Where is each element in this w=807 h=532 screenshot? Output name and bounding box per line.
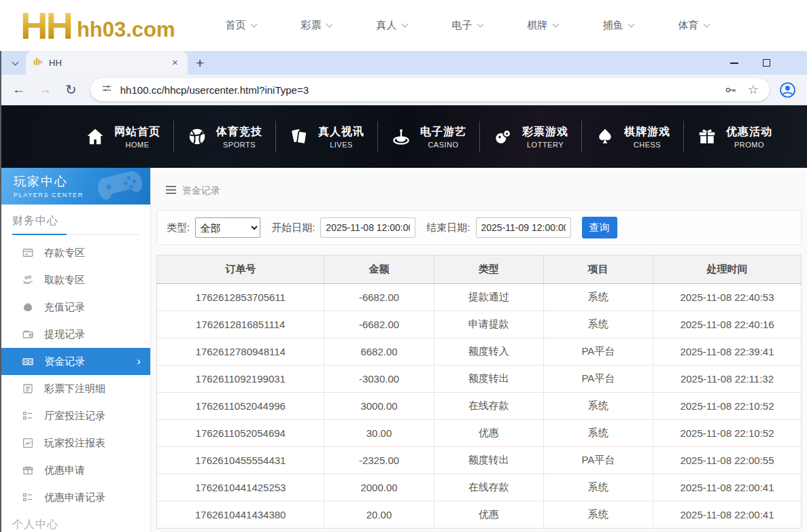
tab-close-icon[interactable] [169, 57, 181, 69]
finance-section-title: 财务中心 [12, 214, 139, 235]
start-date-input[interactable] [320, 217, 415, 238]
main-nav-item-lives[interactable]: 真人视讯 LIVES [276, 125, 377, 149]
end-date-input[interactable] [476, 217, 571, 238]
table-row: 1762610455554431-2325.00额度转出PA平台2025-11-… [157, 447, 802, 474]
sidebar-item-3[interactable]: 充值记录 [1, 294, 150, 321]
table-cell: 1762611052054694 [157, 420, 324, 447]
table-cell: 系统 [543, 420, 653, 447]
bookmark-star-icon[interactable] [748, 82, 759, 97]
table-cell: 系统 [543, 311, 653, 338]
checklist-icon [22, 410, 34, 422]
site-settings-icon[interactable] [101, 83, 112, 96]
table-cell: 1762612780948114 [157, 338, 324, 366]
column-header-2: 金额 [324, 255, 434, 284]
top-nav-item-5[interactable]: 棋牌 [528, 19, 558, 32]
table-cell: 1762611052044996 [157, 393, 324, 420]
chevron-down-icon [552, 21, 559, 28]
url-text[interactable]: hh100.cc/hhcp/usercenter.html?iniType=3 [120, 84, 713, 96]
sidebar-item-10[interactable]: 优惠申请记录 [1, 484, 150, 511]
chevron-down-icon [628, 21, 634, 28]
table-cell: -6682.00 [324, 284, 434, 311]
chevron-down-icon [477, 21, 483, 28]
lottery-balls-icon [493, 126, 513, 147]
table-body: 1762612853705611-6682.00提款通过系统2025-11-08… [157, 284, 802, 529]
main-nav-item-promo[interactable]: 优惠活动 PROMO [684, 125, 785, 149]
top-nav-item-1[interactable]: 首页 [226, 19, 256, 32]
start-date-label: 开始日期: [271, 221, 315, 234]
table-cell: 2000.00 [324, 474, 434, 501]
forward-button[interactable] [39, 82, 52, 97]
window-minimize-button[interactable] [730, 63, 738, 64]
column-header-4: 项目 [543, 255, 653, 284]
sidebar-item-9[interactable]: 优惠申请 [1, 457, 150, 484]
search-button[interactable]: 查询 [582, 217, 617, 238]
table-row: 17626127809481146682.00额度转入PA平台2025-11-0… [157, 338, 802, 366]
table-cell: 系统 [543, 284, 653, 311]
site-logo[interactable]: HH hh03.com [20, 7, 175, 43]
players-center-header: 玩家中心 PLAYERS CENTER [1, 168, 150, 205]
sidebar-item-1[interactable]: 存款专区 [1, 239, 150, 266]
reload-button[interactable] [65, 82, 77, 98]
sidebar-item-2[interactable]: 取款专区 [1, 266, 150, 294]
web-page: 网站首页 HOME 体育竞技 SPORTS 真人视讯 LIVES 电子游艺 CA… [1, 105, 807, 532]
top-nav-item-3[interactable]: 真人 [377, 19, 407, 32]
main-nav-item-home[interactable]: 网站首页 HOME [72, 125, 173, 149]
chevron-down-icon [250, 21, 257, 28]
browser-tab[interactable]: HH [26, 51, 188, 75]
table-cell: 2025-11-08 22:10:52 [653, 420, 801, 447]
table-cell: 2025-11-08 22:10:52 [653, 393, 801, 420]
withdraw-hand-icon [22, 274, 34, 286]
column-header-1: 订单号 [157, 255, 324, 284]
table-cell: -2325.00 [324, 447, 434, 474]
sidebar-item-7[interactable]: 厅室投注记录 [1, 402, 150, 429]
cash-icon [22, 355, 34, 368]
sidebar-item-4[interactable]: 提现记录 [1, 321, 150, 348]
table-cell: 1762612816851114 [157, 311, 324, 338]
sports-ball-icon [187, 126, 207, 147]
filter-bar: 类型: 全部 开始日期: 结束日期: 查询 [156, 210, 802, 245]
logo-domain-text: hh03.com [77, 18, 175, 42]
tab-search-button[interactable] [7, 55, 23, 71]
list-icon [22, 383, 34, 395]
wallet-icon [22, 328, 34, 340]
table-cell: 6682.00 [324, 338, 434, 366]
window-controls [730, 51, 770, 75]
top-nav-item-7[interactable]: 体育 [679, 19, 709, 32]
table-cell: 1762610441425253 [157, 474, 324, 501]
table-cell: 2025-11-08 22:40:16 [653, 311, 801, 338]
type-select[interactable]: 全部 [195, 217, 260, 238]
table-cell: -6682.00 [324, 311, 434, 338]
new-tab-button[interactable] [196, 57, 204, 69]
browser-profile-icon[interactable] [779, 82, 796, 99]
top-nav-item-6[interactable]: 捕鱼 [603, 19, 634, 32]
column-header-5: 处理时间 [653, 255, 801, 284]
promo-list-icon [22, 491, 34, 503]
chevron-down-icon [12, 59, 18, 66]
back-button[interactable] [12, 82, 25, 97]
password-key-icon[interactable] [724, 84, 737, 96]
window-maximize-button[interactable] [763, 59, 770, 67]
table-cell: 提款通过 [434, 284, 543, 311]
table-row: 1762612816851114-6682.00申请提款系统2025-11-08… [157, 311, 802, 338]
table-cell: 2025-11-08 22:00:41 [653, 501, 801, 529]
sidebar-item-5[interactable]: 资金记录 [1, 348, 150, 375]
sidebar-item-8[interactable]: 玩家投注报表 [1, 429, 150, 457]
address-bar[interactable]: hh100.cc/hhcp/usercenter.html?iniType=3 [90, 78, 770, 101]
roulette-icon [391, 126, 411, 147]
site-header: HH hh03.com 首页 彩票 真人 电子 棋牌 捕鱼 体育 [0, 0, 807, 51]
sidebar-item-6[interactable]: 彩票下注明细 [1, 375, 150, 402]
main-nav-item-sports[interactable]: 体育竞技 SPORTS [174, 125, 275, 149]
main-nav-item-casino[interactable]: 电子游艺 CASINO [378, 125, 479, 149]
main-nav-item-lottery[interactable]: 彩票游戏 LOTTERY [480, 125, 581, 149]
funds-record-table: 订单号金额类型项目处理时间 1762612853705611-6682.00提款… [156, 255, 802, 529]
table-header-row: 订单号金额类型项目处理时间 [157, 255, 802, 284]
table-cell: 3000.00 [324, 393, 434, 420]
main-nav-item-chess[interactable]: 棋牌游戏 CHESS [582, 125, 683, 149]
table-cell: 1762610441434380 [157, 501, 324, 529]
table-cell: 20.00 [324, 501, 434, 529]
top-nav-item-4[interactable]: 电子 [452, 19, 483, 32]
home-icon [85, 126, 105, 147]
table-cell: 在线存款 [434, 474, 543, 501]
personal-section-title: 个人中心 [12, 518, 139, 532]
top-nav-item-2[interactable]: 彩票 [301, 19, 332, 32]
